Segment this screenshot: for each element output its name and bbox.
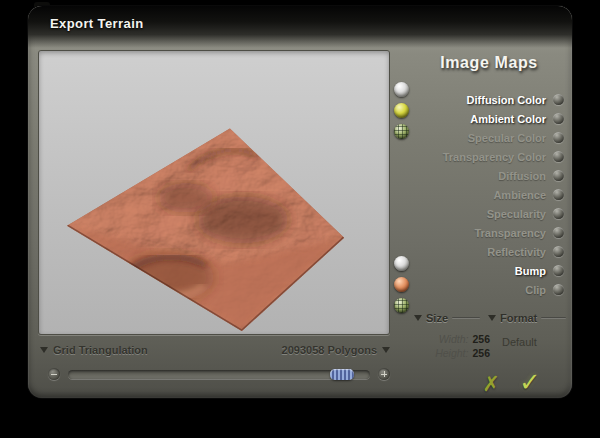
wire-sphere-button[interactable] bbox=[394, 298, 409, 313]
terrain-preview-viewport[interactable] bbox=[38, 50, 390, 335]
image-map-row: Clip bbox=[414, 280, 564, 299]
format-section-title: Format bbox=[500, 312, 537, 324]
format-section-rule bbox=[541, 317, 566, 319]
wire-sphere-button[interactable] bbox=[394, 124, 409, 139]
image-map-label-diffusion[interactable]: Diffusion bbox=[498, 170, 546, 182]
image-map-label-specular-color[interactable]: Specular Color bbox=[468, 132, 546, 144]
image-map-label-transparency-color[interactable]: Transparency Color bbox=[443, 151, 546, 163]
polygons-label: 2093058 Polygons bbox=[282, 344, 377, 356]
image-map-row: Ambience bbox=[414, 185, 564, 204]
image-map-toggle-sphere[interactable] bbox=[553, 170, 564, 181]
image-map-label-reflectivity[interactable]: Reflectivity bbox=[487, 246, 546, 258]
terrain-render bbox=[39, 51, 389, 334]
image-map-label-diffusion-color[interactable]: Diffusion Color bbox=[467, 94, 546, 106]
size-section-header[interactable]: Size bbox=[414, 312, 480, 324]
image-map-toggle-sphere[interactable] bbox=[553, 227, 564, 238]
orange-sphere-button[interactable] bbox=[394, 277, 409, 292]
format-collapse-triangle-icon bbox=[488, 315, 496, 321]
image-map-row: Diffusion bbox=[414, 166, 564, 185]
format-value[interactable]: Default bbox=[502, 336, 537, 348]
image-map-label-specularity[interactable]: Specularity bbox=[487, 208, 546, 220]
image-map-row: Reflectivity bbox=[414, 242, 564, 261]
width-value[interactable]: 256 bbox=[472, 333, 490, 345]
polygons-dropdown[interactable]: 2093058 Polygons bbox=[282, 344, 390, 356]
triangulation-triangle-icon bbox=[40, 347, 48, 353]
image-map-toggle-sphere[interactable] bbox=[553, 265, 564, 276]
image-map-toggle-sphere[interactable] bbox=[553, 284, 564, 295]
image-map-row: Ambient Color bbox=[414, 109, 564, 128]
image-map-row: Specular Color bbox=[414, 128, 564, 147]
triangulation-label: Grid Triangulation bbox=[53, 344, 148, 356]
size-collapse-triangle-icon bbox=[414, 315, 422, 321]
image-map-toggle-sphere[interactable] bbox=[553, 113, 564, 124]
white-sphere-button[interactable] bbox=[394, 256, 409, 271]
polygons-triangle-icon bbox=[382, 347, 390, 353]
image-map-toggle-sphere[interactable] bbox=[553, 246, 564, 257]
format-section-header[interactable]: Format bbox=[488, 312, 566, 324]
height-field-row: Height: 256 bbox=[418, 346, 490, 360]
image-map-label-ambient-color[interactable]: Ambient Color bbox=[470, 113, 546, 125]
yellow-sphere-button[interactable] bbox=[394, 103, 409, 118]
width-label: Width: bbox=[439, 333, 469, 345]
width-field-row: Width: 256 bbox=[418, 332, 490, 346]
size-section-rule bbox=[452, 317, 480, 319]
image-map-row: Diffusion Color bbox=[414, 90, 564, 109]
detail-slider-track[interactable] bbox=[68, 370, 370, 379]
dialog-title: Export Terrain bbox=[50, 16, 144, 31]
image-map-toggle-sphere[interactable] bbox=[553, 94, 564, 105]
grid-triangulation-dropdown[interactable]: Grid Triangulation bbox=[40, 344, 148, 356]
image-map-row: Bump bbox=[414, 261, 564, 280]
image-map-row: Transparency bbox=[414, 223, 564, 242]
size-section-title: Size bbox=[426, 312, 448, 324]
image-maps-panel: Image Maps Diffusion ColorAmbient ColorS… bbox=[414, 54, 564, 299]
detail-slider-row bbox=[48, 368, 390, 380]
image-map-toggle-sphere[interactable] bbox=[553, 151, 564, 162]
image-map-toggle-sphere[interactable] bbox=[553, 189, 564, 200]
image-map-toggle-sphere[interactable] bbox=[553, 208, 564, 219]
preview-footer: Grid Triangulation 2093058 Polygons bbox=[40, 344, 390, 356]
confirm-button[interactable]: ✓ bbox=[514, 366, 546, 398]
image-map-toggle-sphere[interactable] bbox=[553, 132, 564, 143]
detail-slider-handle[interactable] bbox=[330, 369, 354, 380]
image-map-row: Specularity bbox=[414, 204, 564, 223]
image-map-label-ambience[interactable]: Ambience bbox=[493, 189, 546, 201]
image-maps-title: Image Maps bbox=[414, 54, 564, 72]
height-value[interactable]: 256 bbox=[472, 347, 490, 359]
image-map-label-clip[interactable]: Clip bbox=[525, 284, 546, 296]
image-map-label-bump[interactable]: Bump bbox=[515, 265, 546, 277]
image-map-row: Transparency Color bbox=[414, 147, 564, 166]
slider-increase-button[interactable] bbox=[378, 368, 390, 380]
preview-material-buttons-top bbox=[394, 82, 409, 139]
screen-background: Export Terrain bbox=[0, 0, 600, 438]
section-headers: Size Format bbox=[414, 312, 566, 324]
preview-material-buttons-bottom bbox=[394, 256, 409, 313]
image-maps-list: Diffusion ColorAmbient ColorSpecular Col… bbox=[414, 90, 564, 299]
dialog-titlebar: Export Terrain bbox=[28, 6, 572, 48]
image-map-label-transparency[interactable]: Transparency bbox=[474, 227, 546, 239]
size-fields: Width: 256 Height: 256 bbox=[418, 332, 490, 360]
slider-decrease-button[interactable] bbox=[48, 368, 60, 380]
cancel-button[interactable]: ✗ bbox=[476, 370, 506, 398]
height-label: Height: bbox=[435, 347, 468, 359]
export-terrain-dialog: Export Terrain bbox=[28, 6, 572, 398]
white-sphere-button[interactable] bbox=[394, 82, 409, 97]
